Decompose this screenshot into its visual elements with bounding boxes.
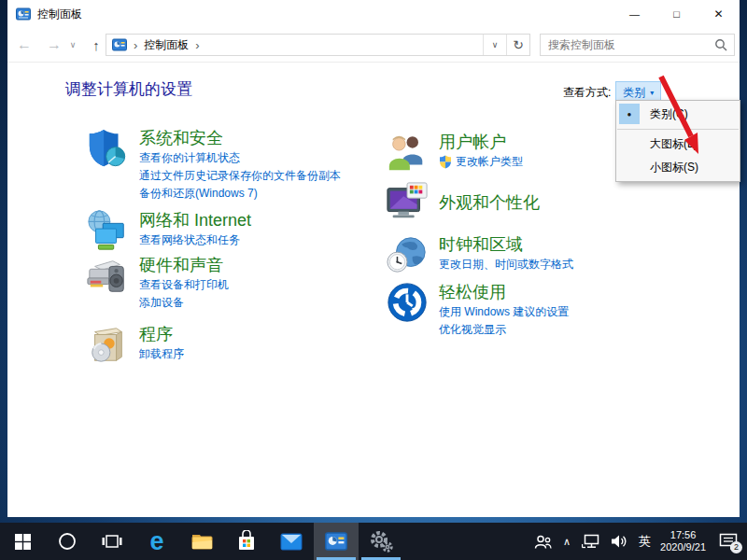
address-bar[interactable]: › 控制面板 › ∨ ↻ [106, 34, 530, 56]
notification-badge: 2 [730, 541, 742, 553]
file-explorer-icon [190, 531, 213, 552]
network-icon[interactable] [582, 534, 599, 549]
link-suggested-settings[interactable]: 使用 Windows 建议的设置 [439, 303, 569, 321]
menu-item-small-icons[interactable]: 小图标(S) [616, 156, 740, 179]
clock[interactable]: 17:56 2020/9/21 [660, 529, 706, 553]
search-icon[interactable] [714, 38, 727, 51]
action-center-button[interactable]: 2 [719, 533, 738, 551]
users-icon[interactable] [386, 131, 429, 174]
mail-button[interactable] [269, 523, 314, 560]
category-system-security: 系统和安全 查看你的计算机状态 通过文件历史记录保存你的文件备份副本 备份和还原… [86, 127, 341, 203]
link-add-device[interactable]: 添加设备 [139, 294, 229, 312]
file-explorer-button[interactable] [179, 523, 224, 560]
control-panel-icon [325, 530, 347, 553]
minimize-button[interactable]: — [613, 0, 655, 28]
store-icon [236, 530, 257, 553]
category-title-programs[interactable]: 程序 [139, 323, 184, 345]
volume-icon[interactable] [611, 534, 627, 549]
clock-region-icon[interactable] [386, 233, 429, 276]
edge-icon: e [149, 529, 163, 554]
link-change-date-time[interactable]: 更改日期、时间或数字格式 [439, 256, 573, 273]
cortana-circle-icon [58, 532, 77, 551]
menu-item-category-label: 类别(C) [650, 106, 688, 122]
ease-of-access-icon[interactable] [386, 281, 429, 324]
category-programs: 程序 卸载程序 [86, 323, 184, 366]
category-title-clock-region[interactable]: 时钟和区域 [439, 233, 573, 256]
maximize-button[interactable]: □ [655, 0, 698, 28]
category-title-hardware-sound[interactable]: 硬件和声音 [139, 254, 229, 276]
category-hardware-sound: 硬件和声音 查看设备和打印机 添加设备 [86, 254, 229, 312]
taskbar: e [0, 523, 747, 560]
menu-item-category[interactable]: ● 类别(C) [616, 103, 740, 126]
link-devices-printers[interactable]: 查看设备和打印机 [139, 276, 229, 294]
category-title-ease-of-access[interactable]: 轻松使用 [439, 281, 569, 303]
menu-item-large-icons[interactable]: 大图标(L) [616, 133, 740, 156]
address-dropdown-icon[interactable]: ∨ [483, 35, 506, 55]
breadcrumb-chevron-icon[interactable]: › [195, 38, 199, 52]
personalization-icon[interactable] [386, 181, 429, 224]
edge-button[interactable]: e [134, 523, 179, 560]
settings-taskbar-button[interactable] [359, 523, 403, 560]
radio-bullet-icon: ● [627, 110, 632, 119]
category-network-internet: 网络和 Internet 查看网络状态和任务 [86, 209, 251, 252]
category-title-appearance[interactable]: 外观和个性化 [439, 191, 540, 214]
control-panel-taskbar-button[interactable] [314, 523, 359, 560]
menu-item-large-icons-label: 大图标(L) [650, 136, 698, 152]
menu-separator [617, 129, 739, 130]
task-view-icon [102, 533, 122, 550]
control-panel-window: 控制面板 — □ ✕ ← → ∨ ↑ › 控制面板 › ∨ ↻ [7, 0, 740, 517]
tray-date: 2020/9/21 [660, 541, 706, 553]
refresh-icon[interactable]: ↻ [506, 35, 529, 55]
navigation-bar: ← → ∨ ↑ › 控制面板 › ∨ ↻ [7, 28, 740, 63]
store-button[interactable] [224, 523, 269, 560]
title-bar: 控制面板 — □ ✕ [7, 0, 740, 28]
show-hidden-icons-chevron[interactable]: ∧ [563, 536, 571, 548]
settings-gears-icon [369, 529, 393, 553]
close-button[interactable]: ✕ [698, 0, 740, 28]
task-view-button[interactable] [90, 523, 134, 560]
breadcrumb-control-panel[interactable]: 控制面板 [144, 37, 189, 53]
search-box[interactable] [540, 34, 735, 56]
category-title-network-internet[interactable]: 网络和 Internet [139, 209, 251, 231]
link-uninstall-program[interactable]: 卸载程序 [139, 345, 184, 363]
category-ease-of-access: 轻松使用 使用 Windows 建议的设置 优化视觉显示 [386, 281, 569, 339]
category-clock-region: 时钟和区域 更改日期、时间或数字格式 [386, 233, 573, 276]
link-file-history[interactable]: 通过文件历史记录保存你的文件备份副本 [139, 167, 341, 185]
tray-time: 17:56 [670, 529, 697, 540]
mail-icon [280, 533, 303, 551]
view-by-value: 类别 [623, 85, 645, 101]
category-title-user-accounts[interactable]: 用户帐户 [439, 131, 523, 153]
ime-indicator[interactable]: 英 [639, 533, 651, 550]
control-panel-icon [16, 7, 31, 21]
chevron-down-icon: ▾ [650, 89, 654, 97]
category-appearance: 外观和个性化 [386, 181, 540, 224]
link-network-status[interactable]: 查看网络状态和任务 [139, 231, 251, 249]
link-computer-status[interactable]: 查看你的计算机状态 [139, 149, 341, 167]
recent-pages-dropdown-icon[interactable]: ∨ [65, 28, 80, 62]
start-button[interactable] [0, 523, 45, 560]
view-by-menu: ● 类别(C) 大图标(L) 小图标(S) [615, 100, 740, 182]
system-tray: ∧ 英 17:56 2020/9/21 [534, 529, 747, 553]
link-backup-restore[interactable]: 备份和还原(Windows 7) [139, 185, 341, 203]
printer-speaker-icon[interactable] [86, 254, 129, 297]
search-input[interactable] [541, 38, 714, 51]
link-change-account-type[interactable]: 更改帐户类型 [439, 153, 523, 171]
menu-item-small-icons-label: 小图标(S) [650, 160, 698, 175]
breadcrumb-chevron-icon: › [134, 38, 137, 52]
cortana-button[interactable] [45, 523, 90, 560]
link-change-account-type-label: 更改帐户类型 [456, 153, 523, 171]
back-button[interactable]: ← [11, 28, 37, 62]
people-icon[interactable] [534, 534, 552, 550]
windows-logo-icon [15, 534, 31, 550]
link-optimize-visual[interactable]: 优化视觉显示 [439, 321, 569, 339]
view-by-label: 查看方式: [563, 85, 611, 101]
network-globe-icon[interactable] [86, 209, 129, 252]
security-shield-icon[interactable] [86, 127, 129, 170]
category-title-system-security[interactable]: 系统和安全 [139, 127, 341, 149]
forward-button[interactable]: → [41, 28, 67, 62]
control-panel-icon [112, 37, 127, 52]
window-title: 控制面板 [37, 7, 82, 22]
selected-radio-icon: ● [619, 104, 640, 124]
program-box-icon[interactable] [86, 323, 129, 366]
page-title: 调整计算机的设置 [65, 78, 192, 100]
